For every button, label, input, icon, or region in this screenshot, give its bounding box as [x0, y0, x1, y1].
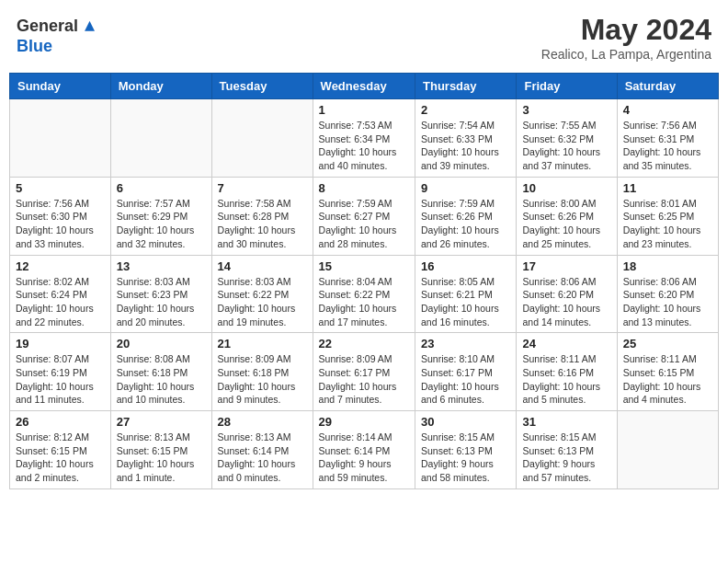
calendar-cell: 24Sunrise: 8:11 AM Sunset: 6:16 PM Dayli…: [517, 333, 617, 411]
location-title: Realico, La Pampa, Argentina: [541, 47, 711, 62]
calendar-cell: [617, 411, 718, 489]
calendar-cell: 6Sunrise: 7:57 AM Sunset: 6:29 PM Daylig…: [110, 177, 211, 255]
calendar-cell: [10, 99, 111, 178]
logo-bird-icon: ▴: [85, 13, 95, 36]
day-info: Sunrise: 8:09 AM Sunset: 6:18 PM Dayligh…: [218, 352, 307, 407]
day-info: Sunrise: 8:12 AM Sunset: 6:15 PM Dayligh…: [16, 431, 105, 485]
day-number: 15: [319, 259, 409, 273]
calendar-cell: 17Sunrise: 8:06 AM Sunset: 6:20 PM Dayli…: [517, 255, 617, 333]
calendar-cell: 3Sunrise: 7:55 AM Sunset: 6:32 PM Daylig…: [517, 99, 617, 178]
calendar-cell: 9Sunrise: 7:59 AM Sunset: 6:26 PM Daylig…: [415, 177, 517, 255]
calendar-week-row: 12Sunrise: 8:02 AM Sunset: 6:24 PM Dayli…: [10, 255, 719, 333]
day-number: 21: [218, 337, 307, 350]
weekday-header: Tuesday: [211, 74, 313, 99]
day-number: 13: [117, 259, 206, 273]
calendar-week-row: 1Sunrise: 7:53 AM Sunset: 6:34 PM Daylig…: [10, 99, 719, 178]
day-info: Sunrise: 8:10 AM Sunset: 6:17 PM Dayligh…: [421, 352, 510, 407]
day-info: Sunrise: 8:11 AM Sunset: 6:16 PM Dayligh…: [522, 352, 610, 407]
calendar-cell: 8Sunrise: 7:59 AM Sunset: 6:27 PM Daylig…: [313, 177, 415, 255]
logo: General ▴ Blue: [17, 13, 95, 56]
day-number: 10: [522, 181, 610, 195]
day-info: Sunrise: 8:01 AM Sunset: 6:25 PM Dayligh…: [623, 197, 712, 251]
day-info: Sunrise: 7:59 AM Sunset: 6:26 PM Dayligh…: [421, 197, 510, 251]
calendar-cell: [110, 99, 211, 178]
day-number: 28: [218, 415, 307, 429]
day-number: 20: [117, 337, 206, 350]
calendar-cell: 29Sunrise: 8:14 AM Sunset: 6:14 PM Dayli…: [313, 411, 415, 489]
day-info: Sunrise: 8:14 AM Sunset: 6:14 PM Dayligh…: [319, 431, 409, 485]
calendar-cell: 4Sunrise: 7:56 AM Sunset: 6:31 PM Daylig…: [617, 99, 718, 178]
day-number: 11: [623, 181, 712, 195]
calendar-table: SundayMondayTuesdayWednesdayThursdayFrid…: [9, 73, 719, 489]
day-info: Sunrise: 7:56 AM Sunset: 6:30 PM Dayligh…: [16, 197, 105, 251]
month-title: May 2024: [541, 13, 711, 47]
day-info: Sunrise: 7:56 AM Sunset: 6:31 PM Dayligh…: [623, 119, 712, 173]
calendar-cell: 28Sunrise: 8:13 AM Sunset: 6:14 PM Dayli…: [211, 411, 313, 489]
calendar-cell: 21Sunrise: 8:09 AM Sunset: 6:18 PM Dayli…: [211, 333, 313, 411]
day-info: Sunrise: 8:04 AM Sunset: 6:22 PM Dayligh…: [319, 275, 409, 329]
calendar-week-row: 26Sunrise: 8:12 AM Sunset: 6:15 PM Dayli…: [10, 411, 719, 489]
weekday-header: Thursday: [415, 74, 517, 99]
day-number: 25: [623, 337, 712, 350]
day-number: 6: [117, 181, 206, 195]
calendar-cell: 18Sunrise: 8:06 AM Sunset: 6:20 PM Dayli…: [617, 255, 718, 333]
calendar-cell: 11Sunrise: 8:01 AM Sunset: 6:25 PM Dayli…: [617, 177, 718, 255]
calendar-cell: 15Sunrise: 8:04 AM Sunset: 6:22 PM Dayli…: [313, 255, 415, 333]
title-section: May 2024 Realico, La Pampa, Argentina: [541, 13, 711, 62]
calendar-cell: 27Sunrise: 8:13 AM Sunset: 6:15 PM Dayli…: [110, 411, 211, 489]
day-number: 9: [421, 181, 510, 195]
day-info: Sunrise: 8:07 AM Sunset: 6:19 PM Dayligh…: [16, 352, 105, 407]
calendar-cell: 16Sunrise: 8:05 AM Sunset: 6:21 PM Dayli…: [415, 255, 517, 333]
weekday-header: Saturday: [617, 74, 718, 99]
weekday-header: Monday: [110, 74, 211, 99]
weekday-header: Sunday: [10, 74, 111, 99]
day-info: Sunrise: 8:15 AM Sunset: 6:13 PM Dayligh…: [522, 431, 610, 485]
day-number: 31: [522, 415, 610, 429]
day-info: Sunrise: 8:11 AM Sunset: 6:15 PM Dayligh…: [623, 352, 712, 407]
calendar-cell: 2Sunrise: 7:54 AM Sunset: 6:33 PM Daylig…: [415, 99, 517, 178]
weekday-header: Wednesday: [313, 74, 415, 99]
logo-general-text: General: [17, 17, 78, 35]
day-info: Sunrise: 8:06 AM Sunset: 6:20 PM Dayligh…: [522, 275, 610, 329]
calendar-cell: 10Sunrise: 8:00 AM Sunset: 6:26 PM Dayli…: [517, 177, 617, 255]
day-number: 2: [421, 103, 510, 117]
page-header: General ▴ Blue May 2024 Realico, La Pamp…: [9, 9, 719, 65]
calendar-cell: 7Sunrise: 7:58 AM Sunset: 6:28 PM Daylig…: [211, 177, 313, 255]
calendar-cell: 25Sunrise: 8:11 AM Sunset: 6:15 PM Dayli…: [617, 333, 718, 411]
day-info: Sunrise: 7:54 AM Sunset: 6:33 PM Dayligh…: [421, 119, 510, 173]
calendar-cell: 12Sunrise: 8:02 AM Sunset: 6:24 PM Dayli…: [10, 255, 111, 333]
day-info: Sunrise: 8:09 AM Sunset: 6:17 PM Dayligh…: [319, 352, 409, 407]
calendar-cell: 1Sunrise: 7:53 AM Sunset: 6:34 PM Daylig…: [313, 99, 415, 178]
day-info: Sunrise: 8:00 AM Sunset: 6:26 PM Dayligh…: [522, 197, 610, 251]
day-number: 23: [421, 337, 510, 350]
day-number: 3: [522, 103, 610, 117]
day-info: Sunrise: 7:53 AM Sunset: 6:34 PM Dayligh…: [319, 119, 409, 173]
day-info: Sunrise: 8:13 AM Sunset: 6:14 PM Dayligh…: [218, 431, 307, 485]
day-number: 7: [218, 181, 307, 195]
day-number: 24: [522, 337, 610, 350]
calendar-week-row: 19Sunrise: 8:07 AM Sunset: 6:19 PM Dayli…: [10, 333, 719, 411]
day-number: 29: [319, 415, 409, 429]
calendar-cell: 31Sunrise: 8:15 AM Sunset: 6:13 PM Dayli…: [517, 411, 617, 489]
calendar-cell: 30Sunrise: 8:15 AM Sunset: 6:13 PM Dayli…: [415, 411, 517, 489]
calendar-cell: 19Sunrise: 8:07 AM Sunset: 6:19 PM Dayli…: [10, 333, 111, 411]
weekday-header-row: SundayMondayTuesdayWednesdayThursdayFrid…: [10, 74, 719, 99]
day-info: Sunrise: 7:58 AM Sunset: 6:28 PM Dayligh…: [218, 197, 307, 251]
calendar-week-row: 5Sunrise: 7:56 AM Sunset: 6:30 PM Daylig…: [10, 177, 719, 255]
calendar-cell: [211, 99, 313, 178]
day-number: 19: [16, 337, 105, 350]
day-info: Sunrise: 8:05 AM Sunset: 6:21 PM Dayligh…: [421, 275, 510, 329]
day-info: Sunrise: 8:03 AM Sunset: 6:22 PM Dayligh…: [218, 275, 307, 329]
day-info: Sunrise: 8:13 AM Sunset: 6:15 PM Dayligh…: [117, 431, 206, 485]
day-number: 22: [319, 337, 409, 350]
calendar-cell: 22Sunrise: 8:09 AM Sunset: 6:17 PM Dayli…: [313, 333, 415, 411]
weekday-header: Friday: [517, 74, 617, 99]
day-info: Sunrise: 8:06 AM Sunset: 6:20 PM Dayligh…: [623, 275, 712, 329]
day-number: 18: [623, 259, 712, 273]
day-number: 12: [16, 259, 105, 273]
day-number: 5: [16, 181, 105, 195]
day-number: 27: [117, 415, 206, 429]
calendar-cell: 20Sunrise: 8:08 AM Sunset: 6:18 PM Dayli…: [110, 333, 211, 411]
calendar-cell: 5Sunrise: 7:56 AM Sunset: 6:30 PM Daylig…: [10, 177, 111, 255]
calendar-cell: 13Sunrise: 8:03 AM Sunset: 6:23 PM Dayli…: [110, 255, 211, 333]
